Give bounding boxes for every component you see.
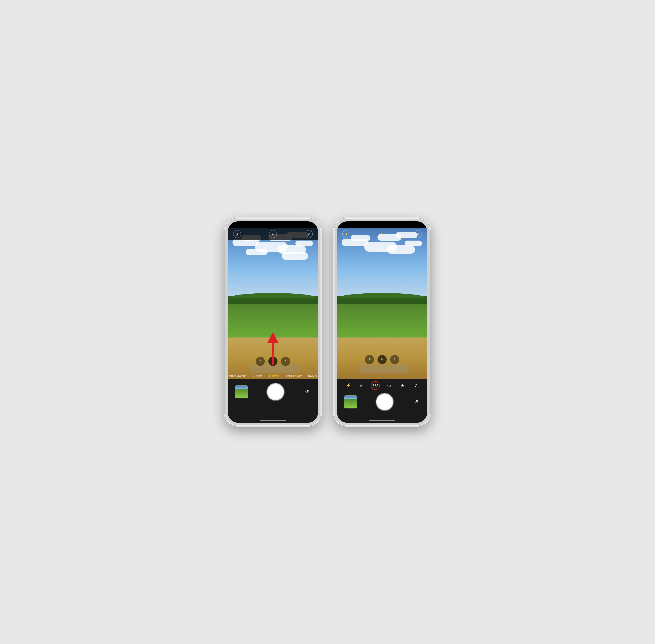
zoom-3-left[interactable]: 3	[281, 357, 290, 366]
qs-flash-icon: ⚡	[346, 383, 351, 388]
zoom-05-left[interactable]: .5	[256, 357, 265, 366]
cloud	[246, 249, 268, 255]
flip-camera-button-right[interactable]: ↺	[412, 398, 420, 406]
mode-cinematic[interactable]: CINEMATIC	[229, 375, 246, 378]
cloud	[387, 245, 415, 254]
mode-pano[interactable]: PANO	[308, 375, 317, 378]
patio-right	[360, 365, 409, 373]
chevron-down-icon-yellow: ∨	[381, 232, 384, 236]
red-arrow	[267, 332, 278, 365]
flash-icon-right: ⚡	[344, 232, 348, 236]
qs-timer-button[interactable]: ⏱	[411, 381, 420, 390]
thumb-field	[235, 389, 248, 398]
livephoto-icon-left: ◎	[308, 232, 310, 236]
chevron-button-right[interactable]: ∨	[381, 232, 384, 236]
home-indicator-left	[260, 420, 286, 421]
phone-screen-left: ⚡ ∧ ◎	[228, 221, 318, 423]
arrow-shaft	[272, 343, 274, 365]
zoom-1x-label-right: 1×	[381, 358, 384, 361]
flash-button-left[interactable]: ⚡	[233, 230, 241, 238]
qs-ratio-label: 4:3	[387, 384, 391, 387]
qs-timer-icon: ⏱	[414, 384, 418, 388]
notch	[257, 221, 288, 228]
notch-right	[367, 221, 398, 228]
qs-exposure-icon: ⊕	[401, 383, 404, 388]
flash-icon-left: ⚡	[235, 232, 239, 236]
clouds-right	[337, 228, 427, 296]
phone-right: ⚡ ∨ ◎	[334, 218, 430, 426]
cloud	[405, 240, 422, 246]
cloud	[282, 252, 308, 260]
mode-selector-left: CINEMATIC VIDEO PHOTO PORTRAIT PANO	[228, 375, 318, 378]
livephoto-button-right[interactable]: ◎	[414, 230, 422, 238]
qs-lens-button[interactable]	[371, 381, 380, 390]
livephoto-button-left[interactable]: ◎	[305, 230, 313, 238]
zoom-3-label-left: 3	[285, 360, 287, 363]
cloud	[295, 240, 313, 246]
svg-rect-1	[375, 384, 378, 386]
qs-flash-button[interactable]: ⚡	[344, 381, 353, 390]
phone-screen-right: ⚡ ∨ ◎	[337, 221, 427, 423]
photo-thumbnail-left[interactable]	[235, 385, 248, 398]
mode-video[interactable]: VIDEO	[252, 375, 262, 378]
zoom-3-right[interactable]: 3	[390, 355, 399, 364]
qs-livephoto-icon: ◎	[360, 384, 363, 388]
bottom-bar-left: ↺	[228, 379, 318, 423]
shutter-button-left[interactable]	[267, 383, 284, 400]
phone-frame-right: ⚡ ∨ ◎	[334, 218, 430, 426]
photo-thumbnail-right[interactable]	[344, 395, 357, 409]
thumb-field-right	[344, 399, 357, 408]
top-controls-right: ⚡ ∨ ◎	[337, 230, 427, 238]
flip-icon-left: ↺	[305, 389, 309, 395]
zoom-05-label-right: .5	[368, 358, 370, 361]
lens-icon-svg	[373, 383, 378, 388]
thumb-sky-right	[344, 396, 357, 399]
qs-exposure-button[interactable]: ⊕	[398, 381, 407, 390]
zoom-05-right[interactable]: .5	[365, 355, 374, 364]
phone-left: ⚡ ∧ ◎	[225, 218, 321, 426]
phone-frame-left: ⚡ ∧ ◎	[225, 218, 321, 426]
thumb-sky	[235, 386, 248, 389]
top-controls-left: ⚡ ∧ ◎	[228, 230, 318, 238]
bottom-bar-right: ⚡ ◎ 4:3	[337, 379, 427, 423]
chevron-up-icon: ∧	[272, 232, 274, 236]
flash-button-right[interactable]: ⚡	[342, 230, 350, 238]
svg-rect-0	[374, 384, 375, 386]
field-area-right	[337, 296, 427, 379]
flip-icon-right: ↺	[414, 399, 418, 405]
shutter-button-right[interactable]	[376, 393, 393, 410]
quick-settings-row: ⚡ ◎ 4:3	[337, 379, 427, 390]
mode-portrait[interactable]: PORTRAIT	[286, 375, 302, 378]
shutter-row-left: ↺	[228, 381, 318, 400]
flip-camera-button-left[interactable]: ↺	[303, 388, 311, 396]
mode-photo-active[interactable]: PHOTO	[269, 375, 280, 378]
treeline	[228, 296, 318, 304]
chevron-button-left[interactable]: ∧	[269, 230, 277, 238]
phones-container: ⚡ ∧ ◎	[225, 218, 430, 426]
zoom-1x-right[interactable]: 1×	[378, 355, 387, 364]
zoom-controls-right: .5 1× 3	[337, 355, 427, 364]
shutter-row-right: ↺	[337, 391, 427, 410]
zoom-05-label-left: .5	[259, 360, 261, 363]
treeline-right	[337, 296, 427, 304]
home-indicator-right	[369, 420, 395, 421]
arrow-head	[267, 332, 278, 343]
zoom-3-label-right: 3	[394, 358, 396, 361]
sky-area-right	[337, 228, 427, 296]
livephoto-icon-right: ◎	[416, 232, 419, 236]
qs-ratio-button[interactable]: 4:3	[384, 381, 393, 390]
qs-livephoto-button[interactable]: ◎	[357, 381, 366, 390]
